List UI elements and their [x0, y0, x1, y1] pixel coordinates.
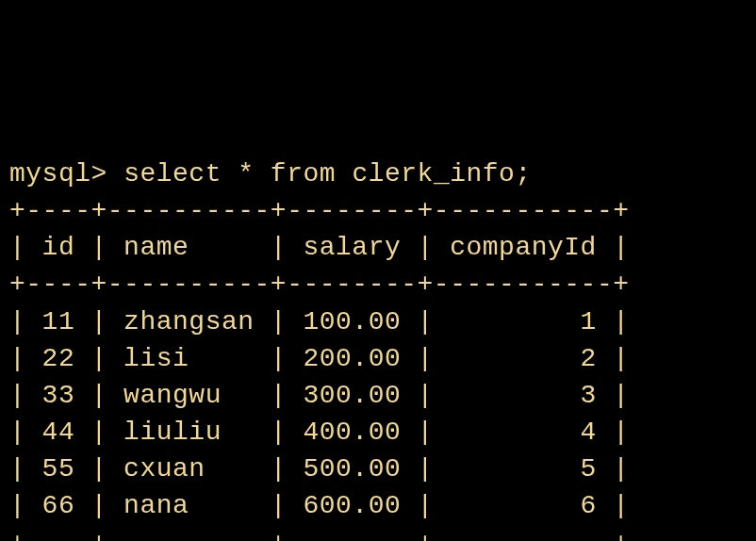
sql-query: select * from clerk_info;: [123, 159, 532, 189]
table-border-bottom: +----+----------+--------+-----------+: [9, 529, 630, 541]
table-border-top: +----+----------+--------+-----------+: [9, 196, 630, 225]
table-row: | 44 | liuliu | 400.00 | 4 |: [9, 418, 630, 447]
table-row: | 11 | zhangsan | 100.00 | 1 |: [9, 307, 630, 336]
table-row: | 55 | cxuan | 500.00 | 5 |: [9, 454, 630, 484]
table-border-mid: +----+----------+--------+-----------+: [9, 270, 630, 299]
table-row: | 22 | lisi | 200.00 | 2 |: [9, 344, 630, 373]
table-row: | 66 | nana | 600.00 | 6 |: [9, 491, 630, 520]
mysql-prompt: mysql>: [9, 159, 107, 189]
mysql-terminal-output: mysql> select * from clerk_info; +----+-…: [9, 156, 747, 541]
table-row: | 33 | wangwu | 300.00 | 3 |: [9, 381, 630, 410]
table-header-row: | id | name | salary | companyId |: [9, 233, 630, 262]
